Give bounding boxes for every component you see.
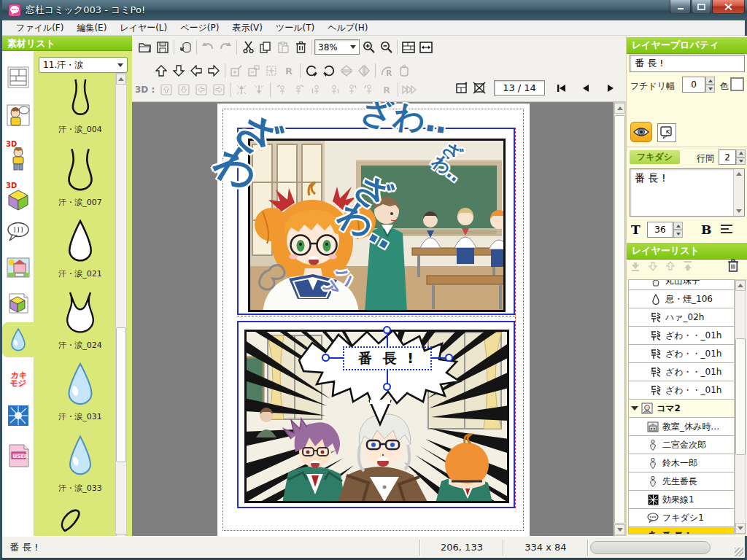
menu-file[interactable]: ファイル(F) xyxy=(9,20,70,36)
menu-page[interactable]: ページ(P) xyxy=(174,20,225,36)
nudge-up-button[interactable] xyxy=(152,62,170,79)
reset-pose-button[interactable] xyxy=(395,62,413,79)
material-item[interactable]: 汗・涙_033 xyxy=(40,433,120,494)
tab-character-3d[interactable]: 3D xyxy=(4,139,32,172)
selection-handle-top[interactable] xyxy=(383,326,391,334)
text-selection-box[interactable] xyxy=(343,346,432,370)
next-page-button[interactable] xyxy=(602,79,619,96)
nudge-down-button[interactable] xyxy=(170,62,187,79)
3d-zoom-out-button[interactable] xyxy=(250,81,268,98)
scroll-up-button[interactable] xyxy=(735,280,746,291)
material-category-select[interactable]: 11.汗・涙 xyxy=(39,57,128,73)
layer-row-selected[interactable]: あ 番 長 ! xyxy=(629,527,734,534)
font-size-spinner[interactable]: 36 xyxy=(647,222,683,238)
tab-background[interactable] xyxy=(4,254,32,283)
spin-up-button[interactable] xyxy=(673,222,683,230)
nudge-right-button[interactable] xyxy=(205,62,222,79)
zoom-out-button[interactable] xyxy=(377,39,395,55)
reset-position-button[interactable]: R xyxy=(280,62,298,79)
layer-row[interactable]: 先生番長 xyxy=(629,472,734,491)
add-page-button[interactable] xyxy=(453,79,471,96)
3d-tilt-left-button[interactable] xyxy=(308,81,325,98)
tab-sweat-tear[interactable] xyxy=(2,322,34,357)
scrollbar-thumb[interactable] xyxy=(116,327,126,462)
layer-row[interactable]: 鈴木一郎 xyxy=(629,454,734,472)
tab-item-3d[interactable]: 3D xyxy=(4,179,32,213)
rotate-left-button[interactable] xyxy=(303,62,320,79)
page-view-button[interactable] xyxy=(400,39,417,55)
move-to-top-button[interactable] xyxy=(682,260,694,272)
delete-button[interactable] xyxy=(292,39,309,55)
scrollbar-thumb[interactable] xyxy=(735,338,746,455)
prev-page-button[interactable] xyxy=(577,79,595,96)
layer-row[interactable]: 効果線1 xyxy=(629,491,734,509)
first-page-button[interactable] xyxy=(552,79,570,96)
scroll-down-button[interactable] xyxy=(735,523,746,534)
minimize-button[interactable] xyxy=(670,0,691,14)
layer-row[interactable]: 息・煙_106 xyxy=(629,290,734,308)
spin-down-button[interactable] xyxy=(705,85,715,93)
scroll-down-button[interactable] xyxy=(614,524,625,535)
save-button[interactable] xyxy=(154,39,171,55)
material-item[interactable]: 汗・涙_031 xyxy=(40,362,120,422)
move-up-button[interactable] xyxy=(665,260,676,272)
3d-lean-forward-button[interactable] xyxy=(360,81,378,98)
material-item[interactable]: 汗・涙_004 xyxy=(40,77,120,135)
scroll-up-button[interactable] xyxy=(116,74,126,85)
canvas-workspace[interactable]: ざわ ざわ‥ ざわ‥ ざわ‥ ハァ xyxy=(132,102,626,536)
selection-handle-bottom[interactable] xyxy=(383,383,391,391)
canvas-vertical-scrollbar[interactable] xyxy=(614,102,626,536)
tab-effect[interactable] xyxy=(4,401,32,430)
menu-layer[interactable]: レイヤー(L) xyxy=(113,20,174,36)
material-item[interactable]: 汗・涙_007 xyxy=(40,147,120,208)
menu-edit[interactable]: 編集(E) xyxy=(70,20,113,36)
cut-button[interactable] xyxy=(239,39,257,55)
spin-up-button[interactable] xyxy=(736,149,746,158)
nudge-left-button[interactable] xyxy=(187,62,205,79)
material-item-partial[interactable] xyxy=(40,505,120,537)
reset-rotation-button[interactable]: R xyxy=(378,62,395,79)
tab-user-material[interactable]: USER xyxy=(4,439,32,472)
flip-vertical-button[interactable] xyxy=(338,62,355,79)
3d-turn-right-button[interactable] xyxy=(290,81,308,98)
selection-handle-right[interactable] xyxy=(445,354,453,362)
3d-lean-back-button[interactable] xyxy=(343,81,360,98)
move-down-button[interactable] xyxy=(647,260,659,272)
layer-row[interactable]: ハァ_02h xyxy=(629,308,734,327)
layer-row[interactable]: 二宮金次郎 xyxy=(629,436,734,454)
layer-visibility-toggle[interactable] xyxy=(630,122,652,142)
flip-horizontal-button[interactable] xyxy=(355,62,373,79)
paste-button[interactable] xyxy=(274,39,292,55)
outline-width-spinner[interactable]: 0 xyxy=(682,77,715,93)
3d-right-button[interactable] xyxy=(210,81,228,98)
line-spacing-spinner[interactable]: 2 xyxy=(719,149,746,165)
menu-help[interactable]: ヘルプ(H) xyxy=(321,20,374,36)
menu-tool[interactable]: ツール(T) xyxy=(269,20,321,36)
open-button[interactable] xyxy=(136,39,154,55)
bold-button[interactable]: B xyxy=(701,222,711,237)
layer-row[interactable]: フキダシ1 xyxy=(629,509,734,527)
layer-list-scrollbar[interactable] xyxy=(735,279,746,534)
material-item[interactable]: 汗・涙_024 xyxy=(40,290,120,351)
copy-button[interactable] xyxy=(257,39,274,55)
menu-view[interactable]: 表示(V) xyxy=(225,20,269,36)
zoom-select[interactable]: 38% xyxy=(314,39,360,55)
text-align-button[interactable] xyxy=(720,224,733,236)
material-list-scrollbar[interactable] xyxy=(115,73,127,545)
layer-row[interactable]: ざわ・・_01h xyxy=(629,345,734,363)
3d-motion-button[interactable] xyxy=(400,81,418,98)
layer-group-row[interactable]: コマ2 xyxy=(629,400,734,418)
spin-down-button[interactable] xyxy=(673,230,683,238)
outline-color-swatch[interactable] xyxy=(730,77,744,91)
collapse-arrow-icon[interactable] xyxy=(631,406,638,411)
textarea-scrollbar[interactable] xyxy=(733,169,744,216)
3d-down-button[interactable] xyxy=(175,81,193,98)
spin-up-button[interactable] xyxy=(705,77,715,85)
rotate-right-button[interactable] xyxy=(320,62,338,79)
material-item[interactable]: 汗・涙_021 xyxy=(40,219,120,279)
delete-layer-button[interactable] xyxy=(727,259,739,275)
balloon-text-area[interactable]: 番 長 ! xyxy=(630,168,745,217)
scrollbar-thumb[interactable] xyxy=(614,115,625,524)
undo-button[interactable] xyxy=(199,39,217,55)
redo-button[interactable] xyxy=(217,39,234,55)
